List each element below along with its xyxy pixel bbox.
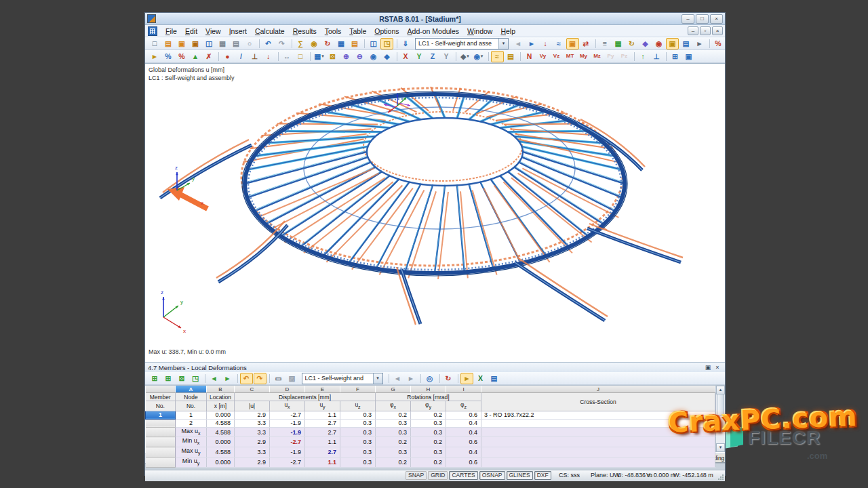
table-layout-button[interactable]: ◳ <box>380 38 393 49</box>
node-cell[interactable]: Max uy <box>176 447 207 458</box>
value-cell[interactable]: 0.2 <box>411 437 446 447</box>
new-member-load-button[interactable]: ↓ <box>262 51 275 62</box>
column-header-G[interactable]: G <box>376 386 411 393</box>
new-load-button[interactable]: ↓ <box>539 38 552 49</box>
moment-mt-button[interactable]: MT <box>564 51 576 62</box>
calculate-button[interactable]: ∑ <box>294 38 307 49</box>
value-cell[interactable]: 0.000 <box>207 437 235 447</box>
row-header[interactable]: 1 <box>146 411 176 419</box>
value-cell[interactable]: -1.9 <box>270 447 305 458</box>
value-cell[interactable]: -1.9 <box>270 427 305 437</box>
toggle-dxf[interactable]: DXF <box>534 471 551 480</box>
value-cell[interactable]: 0.6 <box>446 437 481 447</box>
moment-my-button[interactable]: My <box>577 51 590 62</box>
prev-load-case-button[interactable]: ◄ <box>391 373 404 384</box>
force-vy-button[interactable]: Vy <box>536 51 549 62</box>
value-cell[interactable]: 3.3 <box>235 419 270 427</box>
open-model-button[interactable]: ▣ <box>176 38 189 49</box>
stadium-model-canvas[interactable]: zyxzyx <box>145 64 724 361</box>
zoom-in-button[interactable]: ⊕ <box>340 51 353 62</box>
column-header-I[interactable]: I <box>446 386 481 393</box>
load-case-list-button[interactable]: ⇓ <box>399 38 412 49</box>
comment-box-button[interactable]: □ <box>294 51 307 62</box>
menu-add-on-modules[interactable]: Add-on Modules <box>403 26 463 36</box>
value-cell[interactable]: 0.3 <box>340 458 376 468</box>
grid-triangle-button[interactable]: ▲ <box>189 51 202 62</box>
graphics-viewport[interactable]: Global Deformations u [mm] LC1 : Self-we… <box>145 63 725 362</box>
open-results-button[interactable]: ▤ <box>349 38 361 49</box>
chevron-down-icon[interactable]: ▾ <box>373 373 382 384</box>
value-cell[interactable]: 0.000 <box>207 458 235 468</box>
animation-button[interactable]: ↑ <box>637 51 650 62</box>
table-panel-header[interactable]: 4.7 Members - Local Deformations ▣ × <box>145 362 725 372</box>
insert-row-button[interactable]: ⊞ <box>162 373 175 384</box>
value-cell[interactable]: 2.7 <box>305 427 340 437</box>
value-cell[interactable]: 3.3 <box>235 427 270 437</box>
value-cell[interactable]: 2.9 <box>235 458 270 468</box>
pick-in-graphic-button[interactable]: ► <box>460 373 473 384</box>
menu-insert[interactable]: Insert <box>225 26 251 36</box>
check-results-button[interactable]: ◉ <box>308 38 321 49</box>
print-button[interactable]: ▤ <box>230 38 243 49</box>
filter-result-rows-button[interactable]: ▨ <box>285 373 298 384</box>
menu-table[interactable]: Table <box>345 26 370 36</box>
toggle-osnap[interactable]: OSNAP <box>479 471 505 480</box>
view-filter-button[interactable]: ▭ <box>272 373 285 384</box>
history-list-button[interactable]: ≡ <box>598 38 611 49</box>
value-cell[interactable]: -1.9 <box>270 419 305 427</box>
snap-node-button[interactable]: % <box>162 51 175 62</box>
toggle-snap[interactable]: SNAP <box>406 471 427 480</box>
moment-mz-button[interactable]: Mz <box>591 51 604 62</box>
node-cell[interactable]: Min ux <box>176 437 207 447</box>
undo-edit-button[interactable]: ↶ <box>240 373 253 384</box>
redo-button[interactable]: ↷ <box>275 38 288 49</box>
selected-objects-button[interactable]: ▣ <box>566 38 579 49</box>
recalculate-button[interactable]: ↻ <box>321 38 334 49</box>
addon-modules-button[interactable]: ◆ <box>639 38 652 49</box>
save-button[interactable]: ◫ <box>203 38 216 49</box>
undo-button[interactable]: ↶ <box>262 38 275 49</box>
result-diagram-button[interactable]: ⊥ <box>650 51 663 62</box>
menu-results[interactable]: Results <box>289 26 321 36</box>
show-all-button[interactable]: ◉ <box>367 51 380 62</box>
dropdown-caret-icon[interactable]: ▾ <box>467 54 469 59</box>
menu-help[interactable]: Help <box>496 26 519 36</box>
dock-panel-icon[interactable]: ▣ <box>703 364 713 371</box>
corner-cell[interactable] <box>146 386 176 393</box>
close-panel-icon[interactable]: × <box>713 364 722 371</box>
toggle-glines[interactable]: GLINES <box>507 471 533 480</box>
render-mode-button[interactable]: ◉▾ <box>472 51 485 62</box>
visibility-modes-button[interactable]: ▦▾ <box>313 51 326 62</box>
snap-line-button[interactable]: % <box>176 51 189 62</box>
col-next-button[interactable]: ► <box>221 373 234 384</box>
module-gear-button[interactable]: ◉ <box>652 38 665 49</box>
perspective-view-button[interactable]: ◆ <box>380 51 393 62</box>
table-config-button[interactable]: ◳ <box>189 373 202 384</box>
cross-section-cell[interactable] <box>481 458 715 468</box>
value-cell[interactable]: -2.7 <box>270 411 305 419</box>
value-cell[interactable]: 0.2 <box>376 411 411 419</box>
row-header[interactable] <box>146 447 176 458</box>
menu-view[interactable]: View <box>201 26 225 36</box>
value-cell[interactable]: 2.9 <box>235 411 270 419</box>
dimension-tool-button[interactable]: ↔ <box>281 51 294 62</box>
redo-edit-button[interactable]: ↷ <box>254 373 267 384</box>
value-cell[interactable]: 0.2 <box>376 458 411 468</box>
value-cell[interactable]: 2.9 <box>235 437 270 447</box>
value-cell[interactable]: 0.4 <box>446 447 481 458</box>
value-cell[interactable]: 0.6 <box>446 411 481 419</box>
menu-file[interactable]: File <box>161 26 181 36</box>
dropdown-caret-icon[interactable]: ▾ <box>321 54 324 59</box>
col-prev-button[interactable]: ◄ <box>208 373 220 384</box>
value-cell[interactable]: 0.3 <box>411 427 446 437</box>
column-header-B[interactable]: B <box>207 386 235 393</box>
force-vz-button[interactable]: Vz <box>550 51 563 62</box>
results-manager-button[interactable]: ▦ <box>335 38 348 49</box>
value-cell[interactable]: 0.3 <box>411 447 446 458</box>
value-cell[interactable]: 4.588 <box>207 447 235 458</box>
next-load-case-button[interactable]: ► <box>526 38 538 49</box>
value-cell[interactable]: 0.4 <box>446 427 481 437</box>
zoom-window-button[interactable]: ⊠ <box>326 51 339 62</box>
column-header-F[interactable]: F <box>340 386 376 393</box>
column-header-E[interactable]: E <box>305 386 340 393</box>
